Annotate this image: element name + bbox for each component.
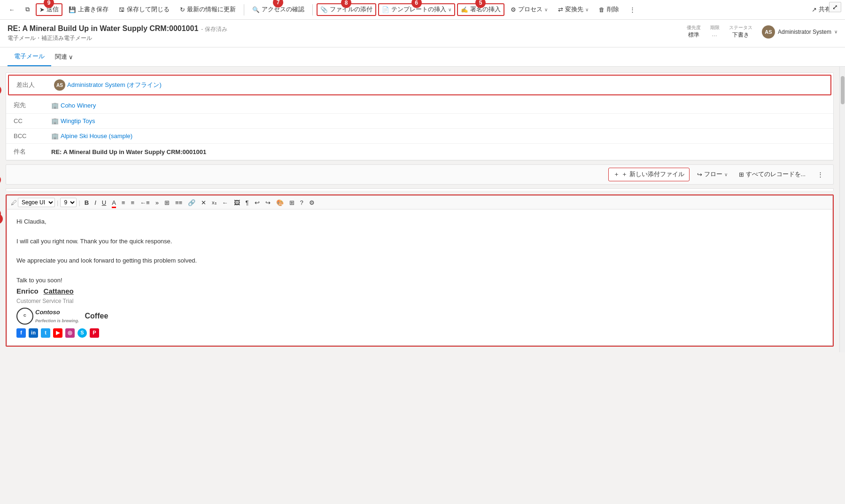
flow-icon: ↪ <box>697 171 702 178</box>
attachment-bar: ＋ ＋ 新しい添付ファイル ↪ フロー ∨ ⊞ すべてのレコードを... <box>6 164 834 185</box>
instagram-icon[interactable]: ◎ <box>65 328 75 338</box>
all-records-button[interactable]: ⊞ すべてのレコードを... <box>735 168 809 181</box>
greeting-line: Hi Claudia, <box>16 217 823 227</box>
refresh-button[interactable]: ↻ 最新の情報に更新 <box>176 3 240 16</box>
to-icon: 🏢 <box>51 102 59 109</box>
toolbar-separator-2 <box>312 4 313 16</box>
italic-button[interactable]: I <box>92 198 99 207</box>
link-button[interactable]: 🔗 <box>186 198 198 207</box>
subscript-button[interactable]: x₂ <box>209 199 219 207</box>
delete-icon: 🗑 <box>599 7 605 13</box>
bcc-field[interactable]: BCC 🏢 Alpine Ski House (sample) <box>6 129 833 144</box>
paragraph-button[interactable]: ¶ <box>243 198 251 207</box>
company-tagline: Perfection is brewing. <box>35 318 79 324</box>
youtube-icon[interactable]: ▶ <box>53 328 62 338</box>
social-icons: f in t ▶ ◎ S P <box>16 328 823 338</box>
template-icon: 📄 <box>382 6 389 13</box>
company-area: C Contoso Perfection is brewing. Coffee <box>16 308 823 325</box>
bold-button[interactable]: B <box>82 198 91 207</box>
expand-button[interactable]: ⤢ <box>829 2 841 12</box>
help-button[interactable]: ? <box>298 198 306 207</box>
scrollbar[interactable] <box>839 67 845 352</box>
skype-icon[interactable]: S <box>78 328 87 338</box>
process-button[interactable]: ⚙ プロセス ∨ <box>506 3 552 16</box>
user-name: Administrator System <box>778 29 831 35</box>
header-area: RE: A Mineral Build Up in Water Supply C… <box>0 20 845 47</box>
more-icon: ⋮ <box>629 6 636 13</box>
save-close-icon: 🖫 <box>119 7 125 13</box>
font-name-select[interactable]: Segoe UI <box>18 198 55 207</box>
convert-button[interactable]: ⇄ 変換先 ∨ <box>554 3 593 16</box>
body-line2: We appreciate you and look forward to ge… <box>16 256 823 266</box>
twitter-icon[interactable]: t <box>41 328 50 338</box>
scrollbar-thumb[interactable] <box>841 76 845 104</box>
annotation-4: 4 <box>0 214 3 224</box>
header-subtitle: 電子メール・補正済み電子メール <box>8 34 227 42</box>
attachment-more-button[interactable]: ⋮ <box>813 168 828 181</box>
blockquote-button[interactable]: » <box>153 198 161 207</box>
tab-email[interactable]: 電子メール <box>8 47 51 66</box>
cc-icon: 🏢 <box>51 117 59 124</box>
forward-button[interactable]: ↪ <box>263 198 273 207</box>
company-name: Contoso <box>35 309 60 316</box>
status-meta: ステータス 下書き <box>729 24 752 39</box>
sender-value: AS Administrator System (オフライン) <box>54 79 162 91</box>
undo-button[interactable]: ← <box>220 198 231 207</box>
attach-icon: 📎 <box>320 6 328 13</box>
flow-dropdown-icon: ∨ <box>724 172 728 177</box>
convert-dropdown-icon: ∨ <box>585 7 589 12</box>
priority-meta: 優先度 標準 <box>687 24 701 39</box>
align-btn2[interactable]: ≡≡ <box>173 198 185 207</box>
convert-icon: ⇄ <box>558 6 563 13</box>
font-color-button[interactable]: A <box>109 198 118 207</box>
sender-avatar: AS <box>54 79 65 91</box>
annotation-1: 1 <box>0 85 1 95</box>
image-button[interactable]: 🖼 <box>232 198 242 207</box>
font-size-select[interactable]: 9 <box>60 198 77 207</box>
to-field[interactable]: 宛先 🏢 Coho Winery <box>6 97 833 114</box>
refresh-icon: ↻ <box>180 6 185 13</box>
underline-button[interactable]: U <box>100 198 109 207</box>
style-button[interactable]: 🎨 <box>274 198 286 207</box>
user-info[interactable]: AS Administrator System ∨ <box>762 25 837 39</box>
linkedin-icon[interactable]: in <box>29 328 38 338</box>
facebook-icon[interactable]: f <box>16 328 26 338</box>
flow-button[interactable]: ↪ フロー ∨ <box>693 168 731 181</box>
new-attachment-button[interactable]: ＋ ＋ 新しい添付ファイル <box>608 168 689 181</box>
clear-format-button[interactable]: ✕ <box>199 198 209 207</box>
align-left-button[interactable]: ≡ <box>119 198 128 207</box>
redo-button[interactable]: ↩ <box>252 198 262 207</box>
bcc-icon: 🏢 <box>51 132 59 140</box>
editor-content[interactable]: Hi Claudia, I will call you right now. T… <box>7 209 833 346</box>
delete-button[interactable]: 🗑 削除 <box>595 3 623 16</box>
process-icon: ⚙ <box>511 6 516 13</box>
email-editor[interactable]: 🖊 Segoe UI | 9 | B I U <box>6 194 834 347</box>
back-icon: ← <box>9 7 15 13</box>
duplicate-button[interactable]: ⧉ <box>21 3 34 16</box>
settings-button[interactable]: ⚙ <box>307 198 317 207</box>
more-button[interactable]: ⋮ <box>625 3 640 16</box>
sender-field[interactable]: 差出人 AS Administrator System (オフライン) <box>8 75 831 95</box>
table-btn[interactable]: ⊞ <box>162 198 172 207</box>
subject-field[interactable]: 件名 RE: A Mineral Build Up in Water Suppl… <box>6 144 833 160</box>
body-line1: I will call you right now. Thank you for… <box>16 237 823 247</box>
process-dropdown-icon: ∨ <box>544 7 548 12</box>
list-button[interactable]: ≡ <box>128 198 137 207</box>
records-icon: ⊞ <box>739 171 744 178</box>
sender-name-bold: Enrico <box>16 287 39 295</box>
tab-related[interactable]: 関連 ∨ <box>53 48 75 66</box>
grid-button[interactable]: ⊞ <box>287 198 297 207</box>
back-button[interactable]: ← <box>5 4 19 16</box>
pinterest-icon[interactable]: P <box>90 328 99 338</box>
cc-field[interactable]: CC 🏢 Wingtip Toys <box>6 114 833 129</box>
format-icon: 🖊 <box>11 199 17 206</box>
sender-name-underline: Cattaneo <box>44 287 74 295</box>
indent-button[interactable]: ←≡ <box>138 198 152 207</box>
page-title: RE: A Mineral Build Up in Water Supply C… <box>8 24 198 33</box>
overwrite-save-button[interactable]: 💾 上書き保存 <box>64 3 113 16</box>
save-close-button[interactable]: 🖫 保存して閉じる <box>115 3 174 16</box>
annotation-2: 2 <box>0 175 1 185</box>
company-logo-circle: C <box>16 308 33 325</box>
save-icon: 💾 <box>69 6 76 13</box>
deadline-meta: 期限 … <box>710 24 720 39</box>
